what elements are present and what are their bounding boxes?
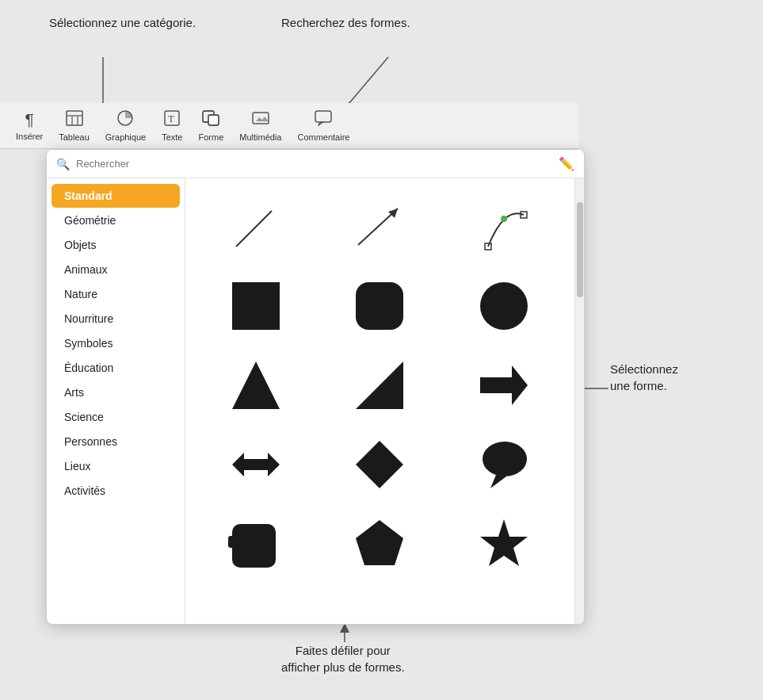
multimedia-icon bbox=[252, 110, 269, 130]
toolbar-label-multimedia: Multimédia bbox=[239, 132, 281, 142]
toolbar-item-inserer[interactable]: ¶ Insérer bbox=[8, 107, 51, 144]
toolbar-label-commentaire: Commentaire bbox=[297, 132, 349, 142]
svg-marker-28 bbox=[356, 441, 403, 488]
toolbar-item-multimedia[interactable]: Multimédia bbox=[231, 107, 289, 145]
svg-marker-27 bbox=[232, 453, 280, 476]
category-item-geometrie[interactable]: Géométrie bbox=[52, 208, 180, 232]
panel-scrollbar[interactable] bbox=[574, 178, 584, 624]
toolbar-item-graphique[interactable]: Graphique bbox=[97, 107, 154, 145]
svg-rect-4 bbox=[67, 111, 82, 125]
svg-rect-13 bbox=[253, 113, 269, 124]
shape-diamond[interactable] bbox=[322, 429, 437, 500]
svg-rect-14 bbox=[315, 111, 331, 122]
shape-triangle[interactable] bbox=[198, 350, 314, 421]
toolbar-label-texte: Texte bbox=[162, 132, 182, 142]
shape-right-triangle[interactable] bbox=[322, 350, 437, 421]
category-item-personnes[interactable]: Personnes bbox=[52, 430, 180, 453]
toolbar: ¶ Insérer Tableau Graphique T Texte Form… bbox=[0, 103, 578, 149]
svg-marker-33 bbox=[356, 520, 403, 565]
toolbar-item-tableau[interactable]: Tableau bbox=[51, 107, 97, 145]
panel-body: Standard Géométrie Objets Animaux Nature… bbox=[47, 178, 584, 624]
category-item-lieux[interactable]: Lieux bbox=[52, 454, 180, 478]
search-icon: 🔍 bbox=[56, 158, 70, 170]
category-item-activites[interactable]: Activités bbox=[52, 479, 180, 503]
category-item-arts[interactable]: Arts bbox=[52, 381, 180, 404]
category-item-nature[interactable]: Nature bbox=[52, 282, 180, 306]
svg-rect-22 bbox=[356, 282, 403, 330]
forme-icon bbox=[202, 110, 219, 130]
svg-rect-32 bbox=[228, 536, 240, 548]
inserer-icon: ¶ bbox=[25, 110, 33, 129]
tableau-icon bbox=[66, 110, 83, 130]
graphique-icon bbox=[116, 110, 134, 130]
shape-arrow-line[interactable] bbox=[322, 191, 437, 262]
search-input[interactable] bbox=[76, 158, 552, 170]
toolbar-item-texte[interactable]: T Texte bbox=[154, 107, 190, 145]
shape-star[interactable] bbox=[446, 508, 562, 580]
svg-marker-25 bbox=[356, 361, 403, 409]
toolbar-label-inserer: Insérer bbox=[16, 132, 43, 141]
svg-text:T: T bbox=[168, 113, 174, 124]
svg-marker-30 bbox=[490, 475, 506, 488]
shape-arrow-right[interactable] bbox=[446, 350, 562, 421]
svg-point-18 bbox=[501, 216, 507, 222]
category-item-nourriture[interactable]: Nourriture bbox=[52, 307, 180, 331]
category-list: Standard Géométrie Objets Animaux Nature… bbox=[47, 178, 185, 624]
svg-marker-34 bbox=[480, 519, 528, 566]
svg-marker-26 bbox=[480, 365, 528, 405]
shape-double-arrow[interactable] bbox=[198, 429, 314, 500]
texte-icon: T bbox=[164, 110, 180, 130]
category-item-objets[interactable]: Objets bbox=[52, 233, 180, 257]
scrollbar-thumb[interactable] bbox=[577, 202, 583, 297]
svg-marker-24 bbox=[232, 361, 280, 409]
category-item-science[interactable]: Science bbox=[52, 405, 180, 429]
annotation-search-shapes: Recherchez des formes. bbox=[281, 14, 410, 31]
category-item-symboles[interactable]: Symboles bbox=[52, 331, 180, 355]
shapes-grid bbox=[185, 178, 574, 624]
shape-badge[interactable] bbox=[198, 508, 314, 580]
shape-speech-bubble[interactable] bbox=[446, 429, 562, 500]
category-item-animaux[interactable]: Animaux bbox=[52, 258, 180, 281]
toolbar-label-graphique: Graphique bbox=[105, 132, 146, 142]
shape-rounded-rect[interactable] bbox=[322, 270, 437, 342]
toolbar-item-forme[interactable]: Forme bbox=[190, 107, 231, 145]
pen-icon[interactable]: ✏️ bbox=[559, 156, 574, 171]
category-item-education[interactable]: Éducation bbox=[52, 356, 180, 380]
shape-square[interactable] bbox=[198, 270, 314, 342]
svg-line-15 bbox=[236, 211, 272, 247]
svg-point-23 bbox=[480, 282, 528, 330]
annotation-select-category: Sélectionnez une catégorie. bbox=[49, 14, 196, 31]
shape-diagonal-line[interactable] bbox=[198, 191, 314, 262]
search-bar: 🔍 ✏️ bbox=[47, 150, 584, 178]
category-item-standard[interactable]: Standard bbox=[52, 184, 180, 208]
toolbar-item-commentaire[interactable]: Commentaire bbox=[289, 107, 357, 145]
commentaire-icon bbox=[315, 110, 332, 130]
annotation-select-shape: Sélectionnezune forme. bbox=[610, 361, 678, 394]
toolbar-label-forme: Forme bbox=[198, 132, 223, 142]
svg-point-29 bbox=[483, 442, 527, 476]
svg-rect-12 bbox=[208, 115, 219, 125]
annotation-scroll: Faites défiler pourafficher plus de form… bbox=[281, 642, 405, 675]
shape-curve[interactable] bbox=[446, 191, 562, 262]
svg-rect-21 bbox=[232, 282, 280, 330]
shape-pentagon[interactable] bbox=[322, 508, 437, 580]
shapes-panel: 🔍 ✏️ Standard Géométrie Objets Animaux N… bbox=[46, 149, 585, 625]
toolbar-label-tableau: Tableau bbox=[59, 132, 90, 142]
shape-circle[interactable] bbox=[446, 270, 562, 342]
